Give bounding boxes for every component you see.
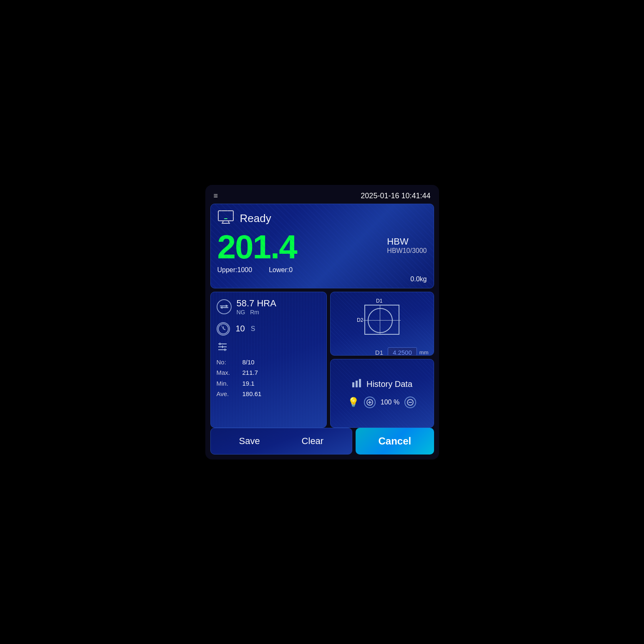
convert-icon [217,299,232,314]
cancel-button[interactable]: Cancel [356,428,434,455]
save-label[interactable]: Save [239,436,260,447]
svg-rect-4 [224,218,227,219]
clear-label[interactable]: Clear [302,436,324,447]
stats-min: Min. 19.1 [217,378,321,389]
top-bar: ≡ 2025-01-16 10:41:44 [210,190,434,204]
zoom-value: 100 % [381,399,399,406]
action-bar: Save Clear Cancel [210,428,434,455]
history-panel[interactable]: History Data 💡 100 % [330,359,434,428]
stats-max: Max. 211.7 [217,367,321,378]
svg-rect-20 [359,379,361,387]
indent-circle [368,308,393,333]
lower-limit: Lower:0 [269,266,293,274]
status-row: Ready [217,210,427,227]
d1-row: D1 4.2500 mm [336,347,429,356]
diagram-d1-label: D1 [376,298,382,304]
main-reading: 201.4 [217,230,297,264]
menu-icon[interactable]: ≡ [214,192,218,200]
device-frame: ≡ 2025-01-16 10:41:44 Ready 201.4 HBW HB [205,185,439,460]
dimension-panel: D1 D2 D1 4.2500 mm D2 4.2500 m [330,292,434,356]
monitor-icon [217,210,234,227]
svg-point-9 [218,324,228,334]
d1-value: 4.2500 [388,347,417,356]
timer-unit: S [251,325,255,333]
timer-value: 10 [236,324,245,333]
convert-row: 58.7 HRA NG Rm [217,298,321,316]
indent-diagram: D1 D2 [357,297,407,343]
crosshair-h [363,320,401,321]
convert-values: 58.7 HRA NG Rm [237,298,276,316]
lightbulb-icon[interactable]: 💡 [348,397,359,408]
middle-section: 58.7 HRA NG Rm 10 S [210,292,434,428]
d1-label: D1 [375,349,385,356]
history-data-button[interactable]: History Data [351,378,412,390]
history-label: History Data [366,379,412,389]
svg-line-11 [223,329,225,330]
unit-sub: HBW10/3000 [387,247,427,255]
clock-icon [217,322,230,336]
filter-icon [217,342,321,354]
mid-right: D1 D2 D1 4.2500 mm D2 4.2500 m [330,292,434,428]
weight-display: 0.0kg [217,275,427,283]
reading-row: 201.4 HBW HBW10/3000 [217,230,427,264]
zoom-row: 💡 100 % [348,397,416,408]
zoom-in-button[interactable] [364,397,376,408]
svg-marker-6 [226,305,228,307]
stats-ave: Ave. 180.61 [217,389,321,399]
d1-unit: mm [419,349,429,356]
timer-row: 10 S [217,322,321,336]
convert-labels: NG Rm [237,309,276,316]
status-text: Ready [240,212,271,225]
save-clear-panel[interactable]: Save Clear [210,428,353,455]
left-panel: 58.7 HRA NG Rm 10 S [210,292,327,428]
bar-chart-icon [351,378,363,390]
unit-block: HBW HBW10/3000 [387,230,427,255]
crosshair-v [380,306,380,335]
unit-label: HBW [387,236,427,247]
main-panel: Ready 201.4 HBW HBW10/3000 Upper:1000 Lo… [210,204,434,288]
upper-limit: Upper:1000 [217,266,253,274]
svg-marker-8 [220,306,222,309]
datetime-display: 2025-01-16 10:41:44 [361,192,430,200]
svg-rect-18 [352,382,354,387]
svg-rect-19 [356,381,358,387]
stats-block: No: 8/10 Max. 211.7 Min. 19.1 Ave. 180.6… [217,357,321,399]
stats-no: No: 8/10 [217,357,321,368]
limits-row: Upper:1000 Lower:0 [217,266,427,274]
svg-rect-0 [218,211,233,221]
zoom-out-button[interactable] [404,397,416,408]
diagram-d2-label: D2 [357,317,363,323]
convert-reading: 58.7 HRA [237,298,276,309]
